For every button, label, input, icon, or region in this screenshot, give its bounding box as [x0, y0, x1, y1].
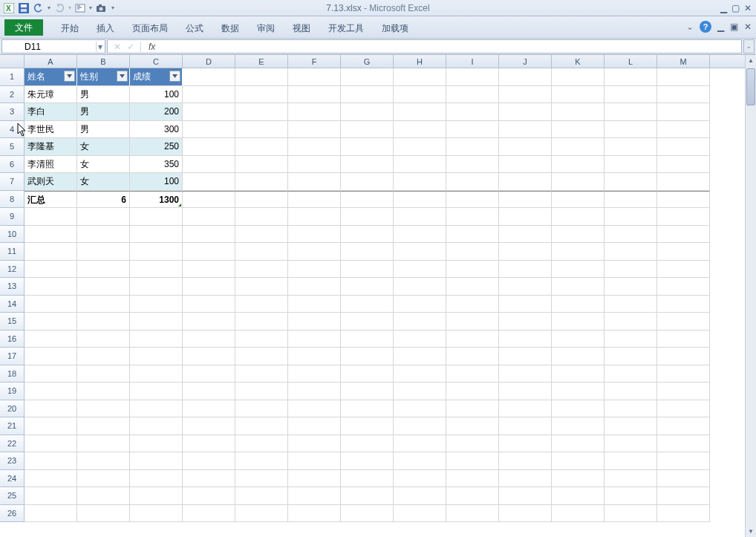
- cell-J10[interactable]: [499, 226, 552, 244]
- col-header-M[interactable]: M: [657, 55, 710, 68]
- cell-I2[interactable]: [446, 86, 499, 104]
- camera-icon[interactable]: [95, 2, 107, 14]
- cell-D3[interactable]: [183, 103, 235, 121]
- cell-C6[interactable]: 350: [130, 156, 183, 174]
- cell-B2[interactable]: 男: [77, 86, 130, 104]
- cell-K3[interactable]: [552, 103, 605, 121]
- cell-D8[interactable]: [183, 191, 235, 209]
- cell-A15[interactable]: [25, 313, 77, 331]
- cell-B1[interactable]: 性别: [77, 68, 130, 86]
- cell-A12[interactable]: [25, 261, 77, 279]
- ribbon-tab-6[interactable]: 视图: [284, 21, 319, 37]
- scroll-up-icon[interactable]: ▲: [746, 55, 756, 66]
- cell-M4[interactable]: [657, 121, 710, 139]
- cell-B6[interactable]: 女: [77, 156, 130, 174]
- cell-C18[interactable]: [130, 365, 183, 383]
- ribbon-tab-5[interactable]: 审阅: [248, 21, 284, 37]
- cell-H13[interactable]: [394, 278, 446, 296]
- cell-G22[interactable]: [341, 435, 394, 453]
- cell-E6[interactable]: [235, 156, 288, 174]
- cell-L10[interactable]: [605, 226, 657, 244]
- cell-K4[interactable]: [552, 121, 605, 139]
- row-header-18[interactable]: 18: [0, 365, 25, 383]
- row-header-2[interactable]: 2: [0, 86, 25, 104]
- cell-E23[interactable]: [235, 452, 288, 470]
- row-header-22[interactable]: 22: [0, 435, 25, 453]
- row-header-19[interactable]: 19: [0, 383, 25, 400]
- cell-M15[interactable]: [657, 313, 710, 331]
- row-header-14[interactable]: 14: [0, 296, 25, 313]
- cell-K6[interactable]: [552, 156, 605, 174]
- cell-F10[interactable]: [288, 226, 341, 244]
- cell-G20[interactable]: [341, 400, 394, 418]
- cell-H8[interactable]: [394, 191, 446, 209]
- cell-M5[interactable]: [657, 138, 710, 156]
- cell-D18[interactable]: [183, 365, 235, 383]
- cell-I1[interactable]: [446, 68, 499, 86]
- cell-J25[interactable]: [499, 487, 552, 505]
- cell-F9[interactable]: [288, 208, 341, 226]
- cell-F16[interactable]: [288, 331, 341, 348]
- cell-A10[interactable]: [25, 226, 77, 244]
- cell-K13[interactable]: [552, 278, 605, 296]
- cell-G11[interactable]: [341, 243, 394, 261]
- cell-D5[interactable]: [183, 138, 235, 156]
- cell-L11[interactable]: [605, 243, 657, 261]
- cell-M13[interactable]: [657, 278, 710, 296]
- cell-I12[interactable]: [446, 261, 499, 279]
- cell-D21[interactable]: [183, 417, 235, 435]
- cell-G2[interactable]: [341, 86, 394, 104]
- cell-F26[interactable]: [288, 505, 341, 523]
- cell-F8[interactable]: [288, 191, 341, 209]
- cell-D22[interactable]: [183, 435, 235, 453]
- cell-G3[interactable]: [341, 103, 394, 121]
- cell-F13[interactable]: [288, 278, 341, 296]
- cell-A16[interactable]: [25, 331, 77, 348]
- cell-K1[interactable]: [552, 68, 605, 86]
- cell-C9[interactable]: [130, 208, 183, 226]
- cell-L9[interactable]: [605, 208, 657, 226]
- cell-D11[interactable]: [183, 243, 235, 261]
- cell-H1[interactable]: [394, 68, 446, 86]
- cell-L17[interactable]: [605, 348, 657, 365]
- cell-G8[interactable]: [341, 191, 394, 209]
- cell-K18[interactable]: [552, 365, 605, 383]
- col-header-K[interactable]: K: [552, 55, 605, 68]
- cell-K9[interactable]: [552, 208, 605, 226]
- cell-D26[interactable]: [183, 505, 235, 523]
- row-header-6[interactable]: 6: [0, 156, 25, 174]
- row-header-1[interactable]: 1: [0, 68, 25, 86]
- cell-G15[interactable]: [341, 313, 394, 331]
- cell-C5[interactable]: 250: [130, 138, 183, 156]
- cell-B13[interactable]: [77, 278, 130, 296]
- cell-M12[interactable]: [657, 261, 710, 279]
- cell-C23[interactable]: [130, 452, 183, 470]
- maximize-button[interactable]: ▢: [731, 3, 740, 13]
- cell-J26[interactable]: [499, 505, 552, 523]
- cell-F12[interactable]: [288, 261, 341, 279]
- cell-M22[interactable]: [657, 435, 710, 453]
- cell-F25[interactable]: [288, 487, 341, 505]
- cell-C16[interactable]: [130, 331, 183, 348]
- cell-K21[interactable]: [552, 417, 605, 435]
- row-header-11[interactable]: 11: [0, 243, 25, 261]
- cell-D12[interactable]: [183, 261, 235, 279]
- cell-C2[interactable]: 100: [130, 86, 183, 104]
- cell-B3[interactable]: 男: [77, 103, 130, 121]
- cell-L3[interactable]: [605, 103, 657, 121]
- macro-icon[interactable]: [74, 2, 86, 14]
- cell-M20[interactable]: [657, 400, 710, 418]
- cell-D25[interactable]: [183, 487, 235, 505]
- cell-D19[interactable]: [183, 383, 235, 400]
- cell-I11[interactable]: [446, 243, 499, 261]
- cell-A26[interactable]: [25, 505, 77, 523]
- row-header-7[interactable]: 7: [0, 173, 25, 191]
- cell-E8[interactable]: [235, 191, 288, 209]
- cell-H7[interactable]: [394, 173, 446, 191]
- cell-G1[interactable]: [341, 68, 394, 86]
- cell-C10[interactable]: [130, 226, 183, 244]
- col-header-H[interactable]: H: [394, 55, 446, 68]
- cell-C25[interactable]: [130, 487, 183, 505]
- cell-G19[interactable]: [341, 383, 394, 400]
- macro-dropdown-icon[interactable]: ▾: [89, 4, 92, 11]
